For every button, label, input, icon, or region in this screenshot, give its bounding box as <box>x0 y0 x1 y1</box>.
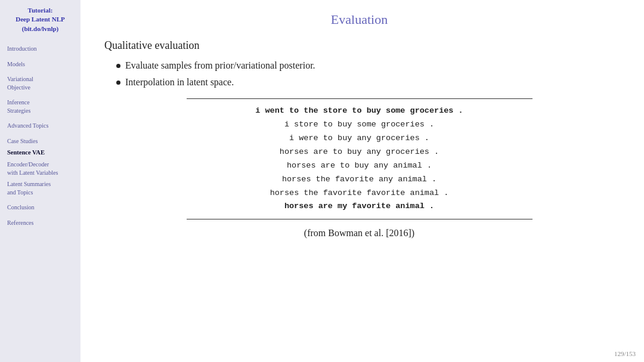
page-number: 129/153 <box>614 350 636 357</box>
slide-title: Evaluation <box>104 12 614 27</box>
sidebar: Tutorial: Deep Latent NLP (bit.do/lvnlp)… <box>0 0 80 362</box>
logo-line1: Tutorial: <box>28 7 53 14</box>
sidebar-item-conclusion[interactable]: Conclusion <box>5 202 76 214</box>
interp-line-5: horses the favorite any animal . <box>282 174 436 186</box>
interp-line-0: i went to the store to buy some grocerie… <box>255 105 463 117</box>
interp-line-4: horses are to buy any animal . <box>287 160 432 172</box>
main-content: Evaluation Qualitative evaluation Evalua… <box>80 0 644 362</box>
sidebar-item-models[interactable]: Models <box>5 58 76 70</box>
interp-line-1: i store to buy some groceries . <box>284 119 434 131</box>
sidebar-logo[interactable]: Tutorial: Deep Latent NLP (bit.do/lvnlp) <box>5 6 76 33</box>
interp-line-2: i were to buy any groceries . <box>289 132 429 145</box>
bullet-dot-2 <box>116 81 120 85</box>
slide-caption: (from Bowman et al. [2016]) <box>104 228 614 239</box>
interpolation-box: i went to the store to buy some grocerie… <box>187 98 532 219</box>
bullet-list: Evaluate samples from prior/variational … <box>104 60 614 88</box>
sidebar-item-latent-summaries[interactable]: Latent Summariesand Topics <box>5 178 76 198</box>
bullet-dot-1 <box>116 64 120 68</box>
bullet-item-1: Evaluate samples from prior/variational … <box>116 60 614 71</box>
interp-line-3: horses are to buy any groceries . <box>280 146 439 159</box>
bullet-item-2: Interpolation in latent space. <box>116 77 614 88</box>
logo-line2: Deep Latent NLP <box>16 16 65 23</box>
sidebar-item-sentence-vae[interactable]: Sentence VAE <box>5 147 76 159</box>
logo-line3: (bit.do/lvnlp) <box>22 25 58 32</box>
sidebar-item-variational-objective[interactable]: VariationalObjective <box>5 73 76 93</box>
section-heading: Qualitative evaluation <box>104 39 614 52</box>
sidebar-item-advanced-topics[interactable]: Advanced Topics <box>5 120 76 132</box>
sidebar-item-inference-strategies[interactable]: InferenceStrategies <box>5 97 76 116</box>
sidebar-item-encoder-decoder[interactable]: Encoder/Decoderwith Latent Variables <box>5 159 76 178</box>
sidebar-item-references[interactable]: References <box>5 217 76 229</box>
interp-line-6: horses the favorite favorite animal . <box>270 187 449 200</box>
interp-line-7: horses are my favorite animal . <box>284 200 434 213</box>
sidebar-item-introduction[interactable]: Introduction <box>5 43 76 55</box>
sidebar-item-case-studies[interactable]: Case Studies <box>5 135 76 147</box>
